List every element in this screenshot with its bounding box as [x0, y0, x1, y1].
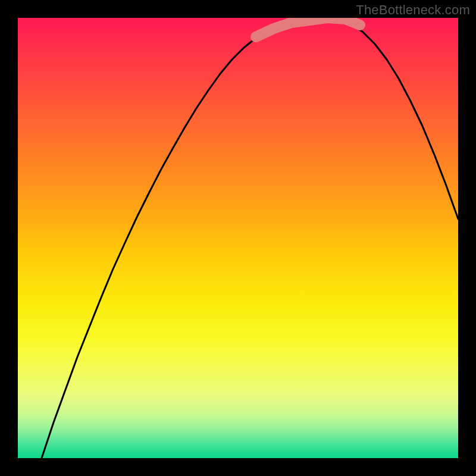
chart-frame: TheBottleneck.com [0, 0, 476, 476]
good-region-marker [256, 18, 360, 37]
bottleneck-curve [42, 18, 458, 458]
watermark-label: TheBottleneck.com [356, 2, 470, 18]
curve-layer [18, 18, 458, 458]
plot-area [18, 18, 458, 458]
